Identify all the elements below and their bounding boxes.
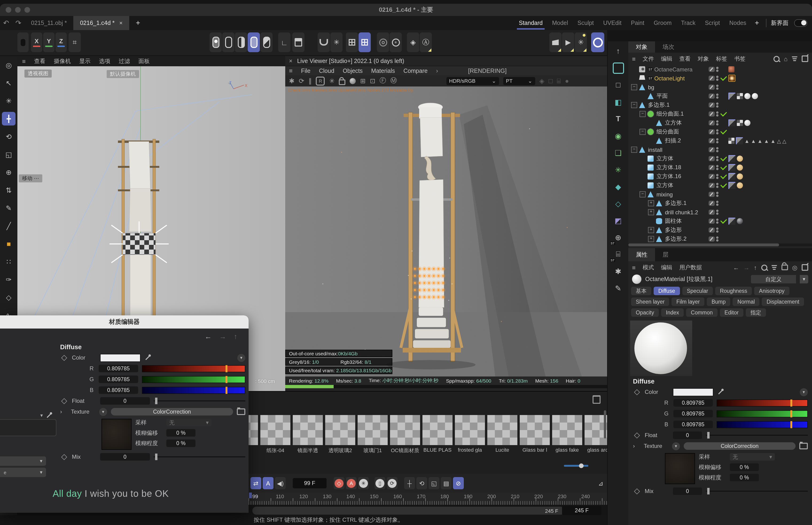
layout-tab[interactable]: UVEdit [598,16,626,30]
tool-button[interactable]: ⇅ [2,183,16,197]
object-tags[interactable] [729,75,812,82]
nav-up-icon[interactable]: ↑ [611,44,625,58]
pause-icon[interactable]: ∥ [308,77,312,85]
live-viewer-menu-item[interactable]: Compare [403,68,428,74]
view-label[interactable]: 透视视图 [25,70,52,77]
texture-caret-icon[interactable]: ▼ [672,442,680,450]
object-tree-row[interactable]: + 多边形.2 [628,235,812,243]
om-menu-item[interactable]: 查看 [679,55,691,63]
editor-visibility-toggle[interactable] [709,201,715,206]
range-end-field[interactable]: 245 F [562,506,601,515]
current-frame-field[interactable]: 99 F [293,478,326,488]
timeline-range-bar[interactable]: 245 F [252,507,565,515]
editor-visibility-toggle[interactable] [709,236,715,242]
pencil-icon[interactable]: ✎ [611,281,625,295]
object-tags[interactable] [729,119,812,126]
up-icon[interactable]: ↑ [754,264,757,271]
document-tab[interactable]: 0215_11.obj * × [25,16,73,30]
new-document-button[interactable]: + [136,19,140,27]
menu-icon[interactable]: ≡ [632,55,635,62]
up-icon[interactable]: ↑ [234,332,237,340]
add-region-icon[interactable]: ⊞ [360,77,365,85]
back-icon[interactable]: ← [733,264,739,271]
tool-button[interactable]: ✎ [2,201,16,215]
octane-icon[interactable] [591,32,604,52]
float-field[interactable]: 0 [673,432,702,439]
object-tree-row[interactable]: − bg [628,83,812,92]
material-pin-icon[interactable]: Ⓜ [390,77,397,85]
object-tags[interactable] [729,217,812,225]
filter-icon[interactable] [771,265,777,270]
thumbnail-size-slider[interactable] [564,465,588,467]
material-editor-titlebar[interactable]: 材质编辑器 [0,315,249,329]
channel-button[interactable]: Diffuse [654,287,680,295]
plane-icon[interactable]: □ [549,77,553,85]
object-tree-row[interactable]: 立方体 [628,154,812,163]
folder-icon[interactable] [237,408,245,415]
expand-toggle-icon[interactable]: − [640,129,646,135]
material-thumbnail[interactable] [249,415,258,454]
tool-button[interactable]: ◇ [2,290,16,304]
material-thumbnail[interactable]: 纸张-04 [260,415,290,454]
channel-button[interactable]: Bump [707,298,730,306]
cube-icon[interactable]: ◧ [611,95,625,109]
keyframe-diamond-icon[interactable]: ◇ [334,477,344,489]
channel-button[interactable]: Displacement [762,298,804,306]
tool-button[interactable]: ■ [2,237,16,251]
snap-key-icon[interactable]: ⊘ [453,477,464,489]
x-axis-lock-button[interactable]: X [31,32,42,52]
response-dropdown[interactable]: HDR/sRGB⌄ [446,77,499,85]
object-tags[interactable] [729,137,812,144]
render-visibility-dots[interactable] [716,93,721,99]
b-value-field[interactable]: 0.809785 [99,386,138,394]
tool-button[interactable]: ∷ [2,255,16,268]
object-tags[interactable] [729,93,812,100]
render-visibility-dots[interactable] [716,129,721,135]
coord-system-icon[interactable]: ⌗ [68,32,81,52]
object-tree-row[interactable]: − mixing [628,190,812,199]
editor-visibility-toggle[interactable] [709,174,715,179]
object-tree-row[interactable]: + 多边形.1 [628,199,812,208]
layout-tab[interactable]: Standard [514,16,547,30]
menu-icon[interactable]: ≡ [289,67,292,74]
autokey-icon[interactable]: A [263,477,274,489]
layout-tab[interactable]: Paint [626,16,649,30]
rotate-scan-icon[interactable]: ⟳ [387,477,398,489]
keyframe-a-icon[interactable]: A [346,477,357,489]
object-tree-row[interactable]: − 细分曲面.1 [628,109,812,118]
render-visibility-dots[interactable] [716,138,721,144]
auto-hex-icon[interactable]: Ⓐ [419,32,432,52]
axis-hex-icon[interactable]: ◈ [407,32,419,52]
menu-icon[interactable]: ≡ [22,58,26,65]
record-scale-icon[interactable]: ◱ [429,477,439,489]
mesh-icon[interactable]: ◈ [539,77,545,85]
om-menu-item[interactable]: 编辑 [661,55,672,63]
keyframe-gear-icon[interactable]: ✳ [358,477,369,489]
color-swatch[interactable] [673,388,713,396]
editor-visibility-toggle[interactable] [709,93,715,99]
object-tags[interactable] [729,173,812,180]
channel-button[interactable]: Common [686,308,717,317]
trash-icon[interactable] [593,395,600,404]
object-tree-row[interactable]: 立方体.18 [628,163,812,172]
live-viewer-menu-item[interactable]: Objects [343,68,363,74]
mode-pill-4-active[interactable] [248,32,260,52]
render-visibility-dots[interactable] [716,66,721,72]
om-menu-item[interactable]: 标签 [716,55,727,63]
popout-icon[interactable] [802,264,808,271]
object-tree-row[interactable]: 立方体.16 [628,172,812,181]
live-viewer-menu-item[interactable]: Cloud [319,68,334,74]
object-tree-row[interactable]: + drill chunk1.2 [628,208,812,217]
new-ui-label[interactable]: 新界面 [771,19,788,27]
popout-icon[interactable] [802,56,808,62]
refresh-icon[interactable]: ⟳ [298,77,304,85]
blur-offset-field[interactable]: 0 % [730,463,759,471]
blur-offset-field[interactable]: 0 % [166,429,196,437]
b-slider[interactable] [142,387,245,394]
camera-icon[interactable]: ⌸ [557,77,561,85]
chevron-down-icon[interactable]: ▼ [800,388,808,396]
editor-visibility-toggle[interactable] [709,85,715,90]
b-value-field[interactable]: 0.809785 [673,421,713,428]
tool-button[interactable]: ⊕ [2,165,16,179]
render-visibility-dots[interactable] [716,174,721,180]
